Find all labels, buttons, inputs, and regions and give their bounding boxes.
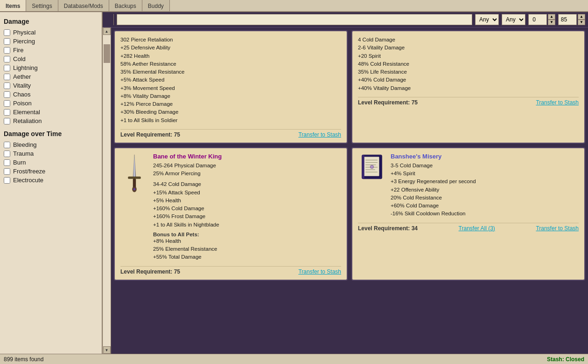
filter-bar: Any Any ▲ ▼ ▲ ▼ xyxy=(103,12,588,27)
min-level-up[interactable]: ▲ xyxy=(548,14,555,20)
stash-status-label: Stash: Closed xyxy=(547,356,584,363)
min-level-input[interactable] xyxy=(528,14,547,25)
tab-settings[interactable]: Settings xyxy=(26,0,58,11)
checkbox-trauma[interactable] xyxy=(4,151,10,157)
item-stat: 35% Elemental Resistance xyxy=(120,68,341,76)
scroll-thumb[interactable] xyxy=(104,44,110,63)
item-stat: +30% Bleeding Damage xyxy=(120,108,341,116)
sidebar-item-trauma[interactable]: Trauma xyxy=(4,149,98,158)
min-level-down[interactable]: ▼ xyxy=(548,20,555,25)
item-stat: +1 to All Skills in Soldier xyxy=(120,117,341,124)
scroll-track[interactable] xyxy=(103,35,111,346)
label-aether: Aether xyxy=(13,73,31,80)
transfer-to-stash-button-item1[interactable]: Transfer to Stash xyxy=(298,131,341,138)
sidebar-item-frost-freeze[interactable]: Frost/freeze xyxy=(4,167,98,176)
checkbox-electrocute[interactable] xyxy=(4,177,10,184)
label-fire: Fire xyxy=(13,47,23,54)
filter-dropdown-1[interactable]: Any xyxy=(475,14,499,25)
scroll-placeholder xyxy=(105,14,114,25)
sidebar-item-cold[interactable]: Cold xyxy=(4,55,98,63)
checkbox-vitality[interactable] xyxy=(4,82,10,89)
sidebar-item-lightning[interactable]: Lightning xyxy=(4,63,98,72)
label-trauma: Trauma xyxy=(13,150,34,157)
search-input[interactable] xyxy=(117,14,472,25)
max-level-down[interactable]: ▼ xyxy=(578,20,585,25)
checkbox-poison[interactable] xyxy=(4,100,10,107)
transfer-to-stash-button-item3[interactable]: Transfer to Stash xyxy=(298,268,341,275)
tab-database-mods[interactable]: Database/Mods xyxy=(58,0,109,11)
item-stat: +40% Vitality Damage xyxy=(358,84,579,92)
svg-point-17 xyxy=(371,166,372,167)
max-level-arrows: ▲ ▼ xyxy=(578,14,585,25)
label-bleeding: Bleeding xyxy=(13,141,37,148)
item-stat: +25 Defensive Ability xyxy=(120,44,341,52)
left-scrollbar[interactable]: ▲ ▼ xyxy=(103,27,111,354)
sidebar-item-burn[interactable]: Burn xyxy=(4,158,98,167)
item-level-req-item3: Level Requirement: 75 xyxy=(120,268,180,275)
item-stat: 35% Life Resistance xyxy=(358,68,579,76)
tab-backups[interactable]: Backups xyxy=(109,0,142,11)
checkbox-aether[interactable] xyxy=(4,74,10,80)
main-layout: Damage PhysicalPiercingFireColdLightning… xyxy=(0,12,588,354)
label-vitality: Vitality xyxy=(13,82,31,89)
item-level-req-item4: Level Requirement: 34 xyxy=(358,225,418,232)
checkbox-bleeding[interactable] xyxy=(4,142,10,148)
item-footer-item3: Level Requirement: 75Transfer to Stash xyxy=(120,266,341,275)
item-inner-item2: 4 Cold Damage2-6 Vitality Damage+20 Spir… xyxy=(358,36,579,92)
item-stat: 2-6 Vitality Damage xyxy=(358,44,579,52)
sidebar-item-poison[interactable]: Poison xyxy=(4,99,98,108)
item-icon-item4 xyxy=(358,153,386,181)
tab-items[interactable]: Items xyxy=(0,0,26,11)
max-level-input[interactable] xyxy=(558,14,577,25)
transfer-to-stash-button-item4[interactable]: Transfer to Stash xyxy=(536,225,579,232)
checkbox-lightning[interactable] xyxy=(4,65,10,71)
transfer-to-stash-button-item2[interactable]: Transfer to Stash xyxy=(536,99,579,106)
item-details-item3: Bane of the Winter King245-264 Physical … xyxy=(153,153,341,261)
item-stat: +3% Movement Speed xyxy=(120,84,341,92)
checkbox-physical[interactable] xyxy=(4,29,10,36)
checkbox-elemental[interactable] xyxy=(4,109,10,116)
filter-dropdown-2[interactable]: Any xyxy=(502,14,525,25)
sidebar-item-electrocute[interactable]: Electrocute xyxy=(4,176,98,185)
item-stat: 4 Cold Damage xyxy=(358,36,579,44)
item-name-item4: Banshee's Misery xyxy=(391,153,579,160)
checkbox-piercing[interactable] xyxy=(4,38,10,45)
label-frost/freeze: Frost/freeze xyxy=(13,168,45,175)
items-found-label: 899 items found xyxy=(4,356,43,363)
item-stat: +60% Cold Damage xyxy=(391,202,579,210)
sidebar-item-aether[interactable]: Aether xyxy=(4,72,98,81)
scroll-down-button[interactable]: ▼ xyxy=(103,346,111,354)
sidebar-item-chaos[interactable]: Chaos xyxy=(4,90,98,99)
min-level-counter: ▲ ▼ xyxy=(528,14,555,25)
max-level-counter: ▲ ▼ xyxy=(558,14,585,25)
damage-section-title: Damage xyxy=(4,18,98,25)
tab-buddy[interactable]: Buddy xyxy=(142,0,170,11)
item-stat: +1 to All Skills in Nightblade xyxy=(153,221,341,229)
scroll-up-button[interactable]: ▲ xyxy=(103,27,111,35)
sidebar-item-piercing[interactable]: Piercing xyxy=(4,37,98,46)
checkbox-fire[interactable] xyxy=(4,47,10,54)
item-details-item2: 4 Cold Damage2-6 Vitality Damage+20 Spir… xyxy=(358,36,579,92)
checkbox-chaos[interactable] xyxy=(4,91,10,98)
max-level-up[interactable]: ▲ xyxy=(578,14,585,20)
item-details-item4: Banshee's Misery3-5 Cold Damage+4% Spiri… xyxy=(391,153,579,218)
transfer-all-button-item4[interactable]: Transfer All (3) xyxy=(459,225,495,232)
sidebar-item-elemental[interactable]: Elemental xyxy=(4,108,98,117)
item-name-item3: Bane of the Winter King xyxy=(153,153,341,160)
checkbox-frost/freeze[interactable] xyxy=(4,168,10,175)
label-piercing: Piercing xyxy=(13,38,35,45)
item-stat: 20% Cold Resistance xyxy=(391,194,579,202)
checkbox-burn[interactable] xyxy=(4,159,10,166)
label-elemental: Elemental xyxy=(13,109,40,116)
sidebar-item-fire[interactable]: Fire xyxy=(4,46,98,55)
sidebar-item-bleeding[interactable]: Bleeding xyxy=(4,140,98,149)
sidebar-item-vitality[interactable]: Vitality xyxy=(4,81,98,90)
sidebar-item-physical[interactable]: Physical xyxy=(4,28,98,37)
item-icon-item3 xyxy=(120,153,148,195)
item-stat: +8% Health xyxy=(153,237,341,245)
checkbox-retaliation[interactable] xyxy=(4,118,10,124)
checkbox-cold[interactable] xyxy=(4,56,10,62)
sidebar: Damage PhysicalPiercingFireColdLightning… xyxy=(0,12,103,354)
item-stat: +8% Vitality Damage xyxy=(120,92,341,100)
sidebar-item-retaliation[interactable]: Retaliation xyxy=(4,117,98,125)
